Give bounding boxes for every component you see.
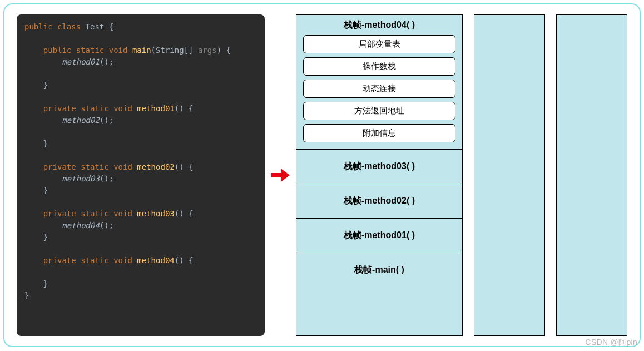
stack-frame: 栈帧-method01( ): [296, 219, 462, 253]
stack-frame-top: 栈帧-method04( ) 局部变量表操作数栈动态连接方法返回地址附加信息: [296, 15, 462, 150]
code-content: public class Test { public static void m…: [24, 21, 257, 301]
diagram-frame: public class Test { public static void m…: [3, 3, 641, 347]
code-panel: public class Test { public static void m…: [17, 14, 265, 336]
stack-frame-top-title: 栈帧-method04( ): [303, 19, 455, 31]
frame-part: 局部变量表: [303, 35, 455, 53]
stacks-area: 栈帧-method04( ) 局部变量表操作数栈动态连接方法返回地址附加信息 栈…: [296, 14, 627, 336]
stack-frame: 栈帧-method02( ): [296, 184, 462, 219]
arrow-right-icon: [271, 169, 290, 182]
stack-frame: 栈帧-method03( ): [296, 150, 462, 184]
stack-thread-2: [474, 14, 545, 336]
stack-thread-3: [556, 14, 627, 336]
frame-part: 方法返回地址: [303, 102, 455, 120]
frame-part: 附加信息: [303, 124, 455, 142]
svg-rect-0: [271, 173, 281, 177]
frame-part: 动态连接: [303, 80, 455, 98]
stack-main: 栈帧-method04( ) 局部变量表操作数栈动态连接方法返回地址附加信息 栈…: [296, 14, 463, 336]
frame-part: 操作数栈: [303, 57, 455, 76]
arrow-column: [265, 14, 296, 336]
svg-marker-1: [281, 169, 290, 182]
stack-frame: 栈帧-main( ): [296, 253, 462, 287]
